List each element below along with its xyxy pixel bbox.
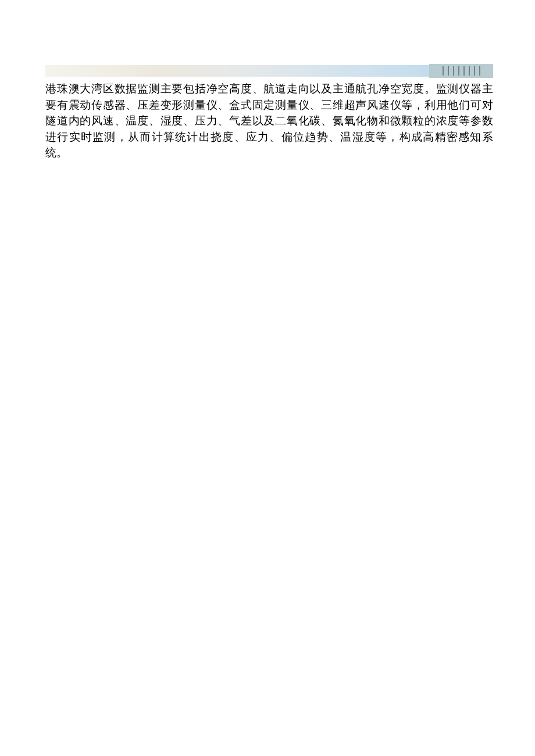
- barcode-line: [458, 66, 459, 76]
- barcode-line: [448, 66, 449, 76]
- barcode-line: [443, 66, 444, 76]
- barcode-line: [463, 66, 465, 76]
- header-decorative-band: [45, 65, 493, 77]
- barcode-line: [453, 66, 454, 76]
- document-body-text: 港珠澳大湾区数据监测主要包括净空高度、航道走向以及主通航孔净空宽度。监测仪器主要…: [45, 81, 493, 161]
- barcode-line: [474, 66, 475, 76]
- barcode-line: [479, 66, 480, 76]
- barcode-line: [469, 66, 470, 76]
- barcode-decoration: [429, 64, 493, 78]
